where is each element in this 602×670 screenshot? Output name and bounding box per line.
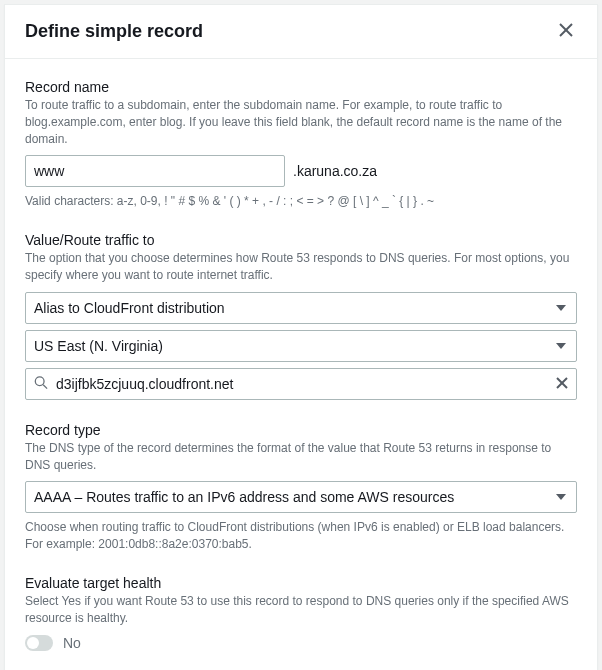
svg-point-4 xyxy=(35,377,44,386)
evaluate-health-toggle[interactable] xyxy=(25,635,53,651)
alias-target-input[interactable]: d3ijfbk5zcjuuq.cloudfront.net xyxy=(25,368,577,400)
record-name-label: Record name xyxy=(25,79,577,95)
region-value: US East (N. Virginia) xyxy=(34,338,163,354)
svg-marker-2 xyxy=(556,305,566,311)
record-type-desc: The DNS type of the record determines th… xyxy=(25,440,577,474)
record-type-hint: Choose when routing traffic to CloudFron… xyxy=(25,519,577,553)
svg-marker-8 xyxy=(556,494,566,500)
evaluate-health-desc: Select Yes if you want Route 53 to use t… xyxy=(25,593,577,627)
record-name-hint: Valid characters: a-z, 0-9, ! " # $ % & … xyxy=(25,193,577,210)
define-simple-record-modal: Define simple record Record name To rout… xyxy=(4,4,598,670)
modal-title: Define simple record xyxy=(25,21,203,42)
close-icon xyxy=(559,25,573,40)
route-traffic-label: Value/Route traffic to xyxy=(25,232,577,248)
domain-suffix: .karuna.co.za xyxy=(293,163,377,179)
record-type-field: Record type The DNS type of the record d… xyxy=(25,422,577,553)
alias-type-select[interactable]: Alias to CloudFront distribution xyxy=(25,292,577,324)
route-traffic-desc: The option that you choose determines ho… xyxy=(25,250,577,284)
record-type-value: AAAA – Routes traffic to an IPv6 address… xyxy=(34,489,454,505)
record-type-label: Record type xyxy=(25,422,577,438)
alias-type-value: Alias to CloudFront distribution xyxy=(34,300,225,316)
record-type-select[interactable]: AAAA – Routes traffic to an IPv6 address… xyxy=(25,481,577,513)
caret-down-icon xyxy=(556,338,566,354)
region-select[interactable]: US East (N. Virginia) xyxy=(25,330,577,362)
evaluate-health-toggle-row: No xyxy=(25,635,577,651)
route-traffic-field: Value/Route traffic to The option that y… xyxy=(25,232,577,400)
evaluate-health-field: Evaluate target health Select Yes if you… xyxy=(25,575,577,651)
evaluate-health-label: Evaluate target health xyxy=(25,575,577,591)
clear-icon[interactable] xyxy=(556,376,568,392)
record-name-input[interactable] xyxy=(25,155,285,187)
close-button[interactable] xyxy=(555,19,577,44)
modal-body: Record name To route traffic to a subdom… xyxy=(5,59,597,669)
record-name-row: .karuna.co.za xyxy=(25,155,577,187)
modal-header: Define simple record xyxy=(5,5,597,59)
search-icon xyxy=(34,375,48,392)
record-name-desc: To route traffic to a subdomain, enter t… xyxy=(25,97,577,147)
svg-line-5 xyxy=(43,384,47,388)
record-name-field: Record name To route traffic to a subdom… xyxy=(25,79,577,210)
alias-target-value: d3ijfbk5zcjuuq.cloudfront.net xyxy=(56,376,233,392)
caret-down-icon xyxy=(556,489,566,505)
caret-down-icon xyxy=(556,300,566,316)
evaluate-health-toggle-label: No xyxy=(63,635,81,651)
svg-marker-3 xyxy=(556,343,566,349)
